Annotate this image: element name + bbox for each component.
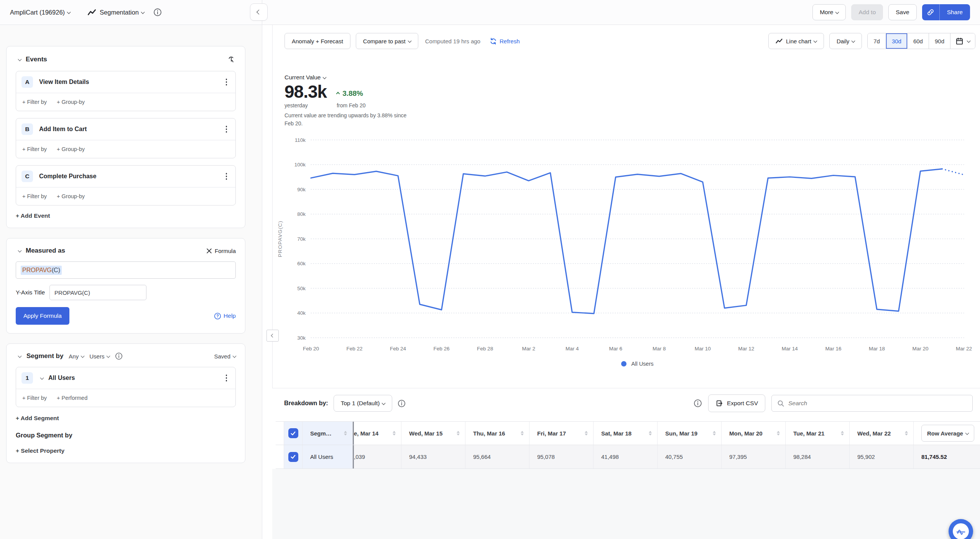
collapse-chart-panel-button[interactable] xyxy=(266,330,279,342)
export-csv-button[interactable]: Export CSV xyxy=(708,394,765,412)
sort-icon[interactable] xyxy=(777,431,785,436)
segment-match-dropdown[interactable]: Any xyxy=(69,353,84,360)
column-header[interactable]: Mon, Mar 20 xyxy=(722,422,786,445)
chart-plot-area[interactable]: 30k40k50k60k70k80k90k100k110kFeb 20Feb 2… xyxy=(273,135,980,354)
chart-type-dropdown[interactable]: Line chart xyxy=(768,33,824,49)
row-segment-name[interactable]: All Users xyxy=(303,445,353,468)
row-checkbox[interactable] xyxy=(288,452,298,462)
column-header[interactable]: Thu, Mar 16 xyxy=(465,422,529,445)
calendar-range-button[interactable] xyxy=(950,33,975,49)
sort-icon[interactable] xyxy=(905,431,913,436)
formula-help-link[interactable]: ? Help xyxy=(214,312,236,320)
info-icon[interactable] xyxy=(694,399,702,408)
column-header[interactable]: Fri, Mar 17 xyxy=(529,422,594,445)
add-segment-button[interactable]: + Add Segment xyxy=(16,415,59,422)
sort-icon[interactable] xyxy=(457,431,465,436)
formula-input[interactable]: PROPAVG(C) xyxy=(16,261,236,279)
add-event-button[interactable]: + Add Event xyxy=(16,212,50,219)
event-row[interactable]: A View Item Details xyxy=(16,71,235,93)
select-property-button[interactable]: + Select Property xyxy=(16,447,64,454)
saved-segments-dropdown[interactable]: Saved xyxy=(214,353,236,360)
anomaly-forecast-button[interactable]: Anomaly + Forecast xyxy=(284,33,350,49)
search-input[interactable] xyxy=(788,400,967,407)
chart-view-selector[interactable]: Segmentation xyxy=(88,8,144,16)
add-filter-button[interactable]: + Filter by xyxy=(22,193,47,199)
event-row[interactable]: C Complete Purchase xyxy=(16,166,235,187)
legend-swatch[interactable] xyxy=(621,361,626,366)
column-header[interactable]: Wed, Mar 22 xyxy=(850,422,914,445)
metric-value: 98.3k xyxy=(284,82,327,101)
row-average-dropdown[interactable]: Row Average xyxy=(921,425,974,442)
select-all-checkbox[interactable] xyxy=(288,428,298,438)
breakdown-table: Segm…e, Mar 14Wed, Mar 15Thu, Mar 16Fri,… xyxy=(276,421,980,469)
segment-add-filter-button[interactable]: + Filter by xyxy=(22,395,47,401)
event-row[interactable]: B Add Item to Cart xyxy=(16,118,235,140)
column-header[interactable]: Sun, Mar 19 xyxy=(658,422,722,445)
event-menu-button[interactable] xyxy=(223,171,230,182)
sort-icon[interactable] xyxy=(521,431,529,436)
collapse-events-icon[interactable] xyxy=(18,57,22,61)
collapse-measured-icon[interactable] xyxy=(18,248,22,252)
info-icon[interactable] xyxy=(398,399,406,408)
segment-column-header[interactable]: Segm… xyxy=(303,422,353,445)
column-header[interactable]: Sat, Mar 18 xyxy=(594,422,658,445)
info-icon[interactable] xyxy=(115,352,123,360)
svg-text:Mar 16: Mar 16 xyxy=(825,346,841,352)
sort-icon[interactable] xyxy=(585,431,593,436)
select-events-icon[interactable] xyxy=(227,55,236,64)
metric-selector[interactable]: Current Value xyxy=(284,74,449,81)
sort-icon[interactable] xyxy=(841,431,849,436)
range-60d-button[interactable]: 60d xyxy=(908,33,929,49)
share-button[interactable]: Share xyxy=(922,4,970,20)
segment-add-performed-button[interactable]: + Performed xyxy=(57,395,87,401)
sort-icon[interactable] xyxy=(713,431,721,436)
svg-text:Mar 12: Mar 12 xyxy=(738,346,754,352)
range-7d-button[interactable]: 7d xyxy=(868,33,886,49)
add-to-button[interactable]: Add to xyxy=(851,4,883,20)
column-header[interactable]: Wed, Mar 15 xyxy=(401,422,465,445)
range-90d-button[interactable]: 90d xyxy=(929,33,950,49)
segment-by-title: Segment by xyxy=(26,352,63,360)
y-axis-title-label: Y-Axis Title xyxy=(16,289,45,296)
event-menu-button[interactable] xyxy=(223,77,230,87)
project-selector[interactable]: AmpliCart (196926) xyxy=(10,9,70,16)
apply-formula-button[interactable]: Apply Formula xyxy=(16,307,69,325)
event-card: A View Item Details + Filter by + Group-… xyxy=(16,71,236,111)
search-box[interactable] xyxy=(771,395,973,412)
row-average-value: 81,745.52 xyxy=(921,454,947,460)
add-groupby-button[interactable]: + Group-by xyxy=(57,99,85,105)
sort-icon[interactable] xyxy=(344,431,352,436)
svg-text:Mar 8: Mar 8 xyxy=(653,346,666,352)
add-filter-button[interactable]: + Filter by xyxy=(22,146,47,152)
metric-value-caption: yesterday xyxy=(284,102,327,108)
segment-by-panel: Segment by Any Users Saved 1 Al xyxy=(6,343,245,463)
info-icon[interactable] xyxy=(153,8,162,16)
event-menu-button[interactable] xyxy=(223,124,230,135)
granularity-dropdown[interactable]: Daily xyxy=(829,33,862,49)
column-header[interactable]: Tue, Mar 21 xyxy=(786,422,850,445)
link-icon[interactable] xyxy=(922,4,940,20)
segment-type-dropdown[interactable]: Users xyxy=(89,353,110,360)
save-button[interactable]: Save xyxy=(888,4,916,20)
breakdown-top-dropdown[interactable]: Top 1 (Default) xyxy=(334,395,393,412)
collapse-sidebar-button[interactable] xyxy=(250,3,268,21)
sort-icon[interactable] xyxy=(393,431,401,436)
add-groupby-button[interactable]: + Group-by xyxy=(57,193,85,199)
chevron-down-icon[interactable] xyxy=(40,376,44,380)
legend-label[interactable]: All Users xyxy=(631,361,653,367)
refresh-button[interactable]: Refresh xyxy=(490,38,520,45)
sort-icon[interactable] xyxy=(649,431,657,436)
segment-row[interactable]: 1 All Users xyxy=(16,367,235,389)
metric-delta: 3.88% xyxy=(337,89,365,101)
collapse-segment-icon[interactable] xyxy=(18,354,22,358)
svg-text:100k: 100k xyxy=(294,162,306,168)
add-filter-button[interactable]: + Filter by xyxy=(22,99,47,105)
formula-toggle-button[interactable]: Formula xyxy=(207,248,236,254)
range-30d-button[interactable]: 30d xyxy=(886,33,908,49)
segment-menu-button[interactable] xyxy=(223,373,230,383)
y-axis-title-input[interactable] xyxy=(49,285,146,300)
add-groupby-button[interactable]: + Group-by xyxy=(57,146,85,152)
column-header[interactable]: e, Mar 14 xyxy=(354,422,401,445)
more-button[interactable]: More xyxy=(812,4,846,20)
compare-to-past-dropdown[interactable]: Compare to past xyxy=(356,33,418,49)
